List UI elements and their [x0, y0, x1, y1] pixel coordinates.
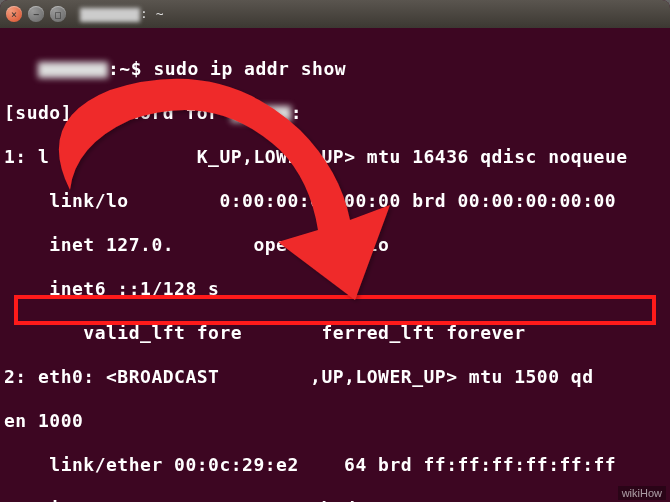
output-line: link/ether 00:0c:29:e2 64 brd ff:ff:ff:f…: [4, 454, 666, 476]
highlighted-ip-line: inet 192.168.111.129/24 brd 192.168.111.…: [4, 498, 666, 502]
watermark: wikiHow: [618, 486, 666, 500]
output-line: 1: l K_UP,LOWER_UP> mtu 16436 qdisc noqu…: [4, 146, 666, 168]
terminal-window: × − □ : ~ :~$ sudo ip addr show [sudo] p…: [0, 0, 670, 502]
maximize-icon[interactable]: □: [50, 6, 66, 22]
window-titlebar: × − □ : ~: [0, 0, 670, 28]
close-icon[interactable]: ×: [6, 6, 22, 22]
redacted-username: [80, 8, 140, 22]
output-line: inet 127.0. ope ost lo: [4, 234, 666, 256]
terminal-body[interactable]: :~$ sudo ip addr show [sudo] password fo…: [0, 28, 670, 502]
output-line: 2: eth0: <BROADCAST ,UP,LOWER_UP> mtu 15…: [4, 366, 666, 388]
sudo-line: [sudo] password for :: [4, 102, 666, 124]
redacted-user: [38, 62, 108, 78]
output-line: inet6 ::1/128 s: [4, 278, 666, 300]
output-line: en 1000: [4, 410, 666, 432]
command-text: sudo ip addr show: [153, 58, 346, 79]
output-line: valid_lft fore ferred_lft forever: [4, 322, 666, 344]
window-title: : ~: [80, 6, 163, 22]
minimize-icon[interactable]: −: [28, 6, 44, 22]
redacted-user: [231, 106, 291, 122]
output-line: link/lo 0:00:00:00:00:00 brd 00:00:00:00…: [4, 190, 666, 212]
prompt-line: :~$ sudo ip addr show: [4, 58, 666, 80]
